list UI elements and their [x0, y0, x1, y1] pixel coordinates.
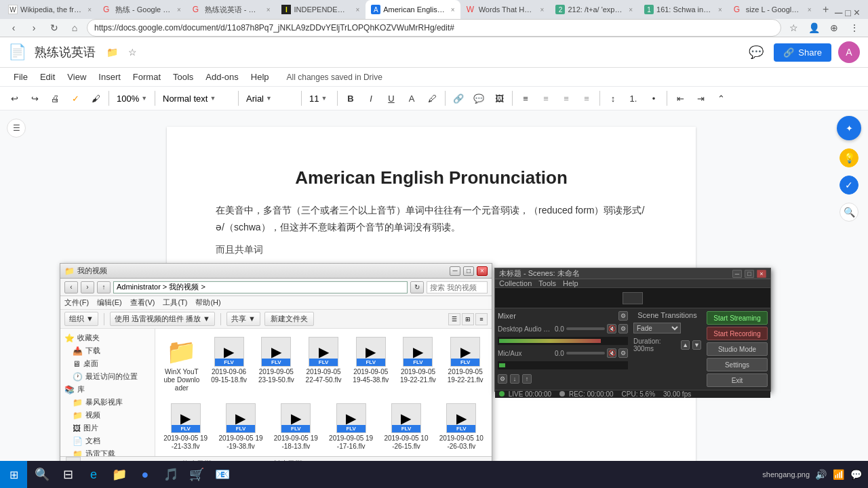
fe-back-btn[interactable]: ‹: [64, 281, 78, 293]
tab-american-english-close[interactable]: ×: [451, 6, 455, 14]
taskbar-sound-icon[interactable]: 🔊: [814, 468, 827, 481]
file-item-flv11[interactable]: ▶ FLV 2019-09-05 10-26-15.flv: [381, 401, 431, 453]
fe-menu-help[interactable]: 帮助(H): [195, 298, 220, 308]
fe-menu-file[interactable]: 文件(F): [64, 298, 89, 308]
fe-tree-baofeng[interactable]: 📁暴风影视库: [60, 396, 155, 409]
tab-161-close[interactable]: ×: [718, 6, 722, 14]
fe-close-btn[interactable]: ×: [477, 266, 488, 276]
taskbar-search-icon[interactable]: 🔍: [30, 462, 54, 487]
taskbar-network-icon[interactable]: 📶: [831, 468, 845, 481]
folder-icon[interactable]: 📁: [104, 44, 120, 60]
fe-view-details-btn[interactable]: ☰: [448, 313, 460, 325]
text-color-btn[interactable]: A: [403, 89, 420, 107]
file-item-flv10[interactable]: ▶ FLV 2019-09-05 19-17-16.flv: [326, 401, 376, 453]
obs-menu-help[interactable]: Help: [563, 279, 578, 287]
bold-btn[interactable]: B: [342, 89, 359, 107]
taskbar-task-view-icon[interactable]: ⊟: [56, 462, 80, 487]
bookmark-btn[interactable]: ☆: [785, 20, 802, 36]
tab-american-english[interactable]: A American English Pro... ×: [366, 0, 460, 19]
file-item-flv3[interactable]: ▶ FLV 2019-09-05 22-47-50.flv: [302, 334, 344, 395]
obs-bottom-down-btn[interactable]: ↓: [510, 374, 519, 384]
menu-help[interactable]: Help: [245, 69, 275, 85]
user-avatar[interactable]: A: [838, 41, 860, 63]
tab-212[interactable]: 2 212: /t+a/ 'explore'... ×: [550, 0, 638, 19]
back-btn[interactable]: ‹: [5, 20, 22, 36]
redo-btn[interactable]: ↪: [26, 89, 43, 107]
obs-exit-btn[interactable]: Exit: [707, 373, 768, 387]
file-item-flv12[interactable]: ▶ FLV 2019-09-05 10-26-03.flv: [437, 401, 486, 453]
fe-tree-desktop[interactable]: 🖥桌面: [60, 357, 155, 370]
obs-start-recording-btn[interactable]: Start Recording: [707, 327, 768, 340]
print-btn[interactable]: 🖨: [46, 89, 64, 107]
home-btn[interactable]: ⌂: [66, 20, 83, 36]
size-select[interactable]: 11 ▼: [306, 89, 333, 107]
fe-tree-video[interactable]: 📁视频: [60, 409, 155, 422]
tab-google1[interactable]: G 熟练 - Google Search... ×: [98, 0, 186, 19]
spellcheck-btn[interactable]: ✓: [66, 89, 84, 107]
maximize-btn[interactable]: □: [845, 7, 850, 18]
comment-btn[interactable]: 💬: [745, 41, 767, 63]
file-item-flv7[interactable]: ▶ FLV 2019-09-05 19-21-33.flv: [161, 401, 210, 453]
undo-btn[interactable]: ↩: [5, 89, 23, 107]
link-btn[interactable]: 🔗: [450, 89, 467, 107]
zoom-select[interactable]: 100% ▼: [113, 89, 151, 107]
font-select[interactable]: Arial ▼: [243, 89, 297, 107]
sidebar-blue-icon[interactable]: ✓: [840, 176, 859, 195]
obs-mic-slider[interactable]: [566, 352, 605, 354]
fe-tree-library[interactable]: 📚库: [60, 383, 155, 396]
tab-google3[interactable]: G size L - Google Search... ×: [728, 0, 817, 19]
fe-play-btn[interactable]: 使用 迅雷视频的组件 播放 ▼: [110, 312, 215, 326]
obs-bottom-settings-btn[interactable]: ⚙: [498, 374, 507, 384]
obs-mic-settings-btn[interactable]: ⚙: [618, 348, 628, 358]
file-item-flv5[interactable]: ▶ FLV 2019-09-05 19-22-21.flv: [397, 334, 439, 395]
menu-addons[interactable]: Add-ons: [200, 69, 243, 85]
url-bar[interactable]: [87, 19, 781, 37]
forward-btn[interactable]: ›: [26, 20, 42, 36]
decrease-indent-btn[interactable]: ⇤: [671, 89, 689, 107]
taskbar-start-btn[interactable]: ⊞: [0, 461, 27, 488]
bullet-list-btn[interactable]: •: [645, 89, 663, 107]
reload-btn[interactable]: ↻: [46, 20, 62, 36]
taskbar-media-icon[interactable]: 🎵: [159, 462, 183, 487]
fe-refresh-btn[interactable]: ↻: [410, 281, 424, 293]
fe-menu-view[interactable]: 查看(V): [130, 298, 155, 308]
tab-161[interactable]: 1 161: Schwa in 2-sylla... ×: [639, 0, 728, 19]
sidebar-yellow-icon[interactable]: 💡: [840, 148, 859, 167]
fe-search-input[interactable]: [427, 281, 488, 293]
obs-bottom-up-btn[interactable]: ↑: [522, 374, 532, 384]
align-justify-btn[interactable]: ≡: [578, 89, 595, 107]
tab-212-close[interactable]: ×: [629, 6, 633, 14]
fe-menu-edit[interactable]: 编辑(E): [97, 298, 122, 308]
tab-independence[interactable]: I INDEPENDENCE | me... ×: [276, 0, 365, 19]
extensions-btn[interactable]: ⊕: [826, 20, 842, 36]
obs-desktop-slider[interactable]: [566, 327, 605, 330]
fe-tree-xunlei[interactable]: 📁迅雷下载: [60, 447, 155, 456]
obs-desktop-settings-btn[interactable]: ⚙: [618, 324, 628, 333]
taskbar-ie-icon[interactable]: e: [81, 462, 106, 487]
tab-wikipedia-close[interactable]: ×: [87, 6, 92, 14]
obs-close-btn[interactable]: ×: [757, 270, 766, 278]
italic-btn[interactable]: I: [362, 89, 380, 107]
menu-btn[interactable]: ⋮: [846, 20, 863, 36]
fe-address-input[interactable]: [113, 281, 408, 293]
align-center-btn[interactable]: ≡: [537, 89, 555, 107]
obs-menu-tools[interactable]: Tools: [538, 279, 556, 287]
tab-wikipedia[interactable]: W Wikipedia, the free e... ×: [3, 0, 97, 19]
fe-new-folder-btn[interactable]: 新建文件夹: [264, 312, 314, 326]
tab-words[interactable]: W Words That Have 4 S... ×: [461, 0, 550, 19]
fe-tree-favorites[interactable]: ⭐收藏夹: [60, 331, 155, 344]
align-left-btn[interactable]: ≡: [517, 89, 534, 107]
taskbar-action-center-icon[interactable]: 💬: [849, 468, 863, 481]
file-item-winx[interactable]: 📁 WinX YouTube Downloader: [161, 334, 203, 395]
fe-organize-btn[interactable]: 组织 ▼: [64, 312, 98, 326]
fe-tree-downloads[interactable]: 📥下载: [60, 344, 155, 357]
obs-menu-collection[interactable]: Collection: [499, 279, 532, 287]
menu-view[interactable]: View: [62, 69, 92, 85]
obs-duration-up-btn[interactable]: ▲: [681, 340, 690, 350]
obs-desktop-mute-btn[interactable]: 🔇: [607, 324, 616, 333]
tab-google2[interactable]: G 熟练说英语 - Google... ×: [187, 0, 276, 19]
more-toolbar-btn[interactable]: ⌃: [712, 89, 730, 107]
menu-file[interactable]: File: [8, 69, 33, 85]
outline-icon[interactable]: ☰: [7, 119, 26, 138]
file-item-flv2[interactable]: ▶ FLV 2019-09-05 23-19-50.flv: [255, 334, 297, 395]
